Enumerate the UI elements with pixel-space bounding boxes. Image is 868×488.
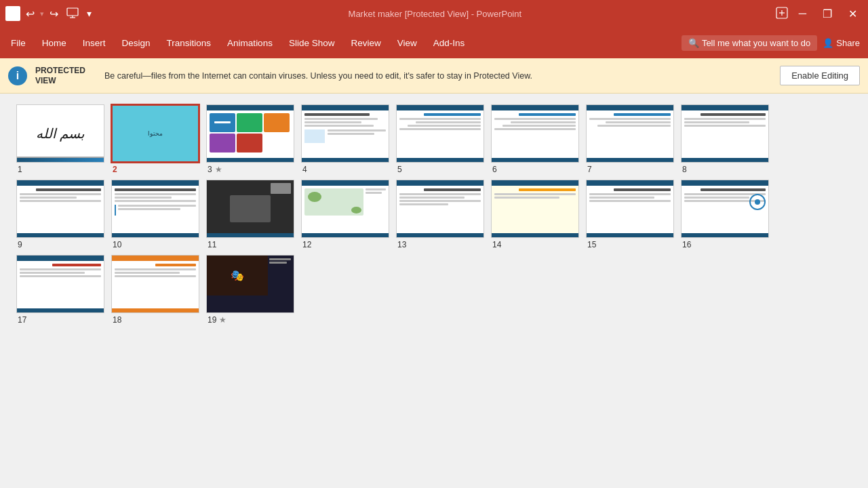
slide-item: 5 bbox=[396, 104, 486, 174]
slide-number: 15 bbox=[587, 240, 596, 249]
slide-thumbnail[interactable]: محتوا bbox=[111, 104, 199, 163]
slide-thumbnail[interactable] bbox=[491, 180, 579, 238]
slide-footer: 10 bbox=[111, 240, 121, 249]
redo-button[interactable]: ↪ bbox=[47, 6, 61, 22]
slide-number: 5 bbox=[397, 165, 402, 174]
share-button[interactable]: 👤 Share bbox=[823, 38, 860, 48]
menu-insert[interactable]: Insert bbox=[75, 34, 114, 52]
slide-footer: 15 bbox=[586, 240, 596, 249]
slide-thumbnail[interactable] bbox=[16, 180, 104, 238]
tell-me-input[interactable]: 🔍 Tell me what you want to do bbox=[682, 35, 817, 51]
protected-view-bar: i PROTECTED VIEW Be careful—files from t… bbox=[0, 58, 868, 94]
close-button[interactable]: ✕ bbox=[843, 6, 863, 22]
person-icon: 👤 bbox=[823, 38, 833, 48]
slide-item: 18 bbox=[111, 255, 201, 325]
slide-footer: 3 ★ bbox=[206, 165, 222, 174]
slide-number: 14 bbox=[492, 240, 501, 249]
info-icon: i bbox=[8, 66, 27, 85]
menu-addins[interactable]: Add-Ins bbox=[425, 34, 473, 52]
slide-item: محتوا 2 bbox=[111, 104, 201, 174]
slide-item: 16 bbox=[681, 180, 770, 249]
slide-item: 3 ★ bbox=[206, 104, 296, 174]
slide-number: 4 bbox=[302, 165, 307, 174]
menu-home[interactable]: Home bbox=[34, 34, 75, 52]
slide-number: 1 bbox=[18, 165, 22, 174]
slide-thumbnail[interactable] bbox=[491, 104, 579, 163]
slide-thumbnail[interactable] bbox=[681, 104, 769, 163]
slide-number: 8 bbox=[682, 165, 687, 174]
slide-thumbnail[interactable] bbox=[111, 180, 199, 238]
slide-footer: 9 bbox=[16, 240, 22, 249]
slide-item: 🎭 19 ★ bbox=[206, 255, 296, 325]
tell-me-text: Tell me what you want to do bbox=[702, 38, 810, 48]
menu-review[interactable]: Review bbox=[342, 34, 389, 52]
menu-bar-right: 🔍 Tell me what you want to do 👤 Share bbox=[682, 35, 865, 51]
slide-thumbnail[interactable] bbox=[301, 180, 389, 238]
slide-number: 6 bbox=[492, 165, 497, 174]
minimize-button[interactable]: ─ bbox=[793, 6, 812, 21]
slide-footer: 5 bbox=[396, 165, 402, 174]
menu-design[interactable]: Design bbox=[114, 34, 159, 52]
slide-area: بسم الله 1 محتوا 2 bbox=[0, 94, 868, 488]
restore-button[interactable]: ❐ bbox=[817, 6, 837, 22]
slide-thumbnail[interactable]: 🎭 bbox=[206, 255, 294, 313]
slide-thumbnail[interactable] bbox=[111, 255, 199, 313]
slide-thumbnail[interactable] bbox=[396, 180, 484, 238]
slide-star: ★ bbox=[219, 315, 226, 325]
slide-number: 7 bbox=[587, 165, 592, 174]
slide-grid: بسم الله 1 محتوا 2 bbox=[16, 104, 852, 325]
slide-number: 16 bbox=[682, 240, 691, 249]
share-label: Share bbox=[836, 38, 860, 48]
slide-number: 18 bbox=[113, 315, 121, 325]
menu-view[interactable]: View bbox=[389, 34, 425, 52]
window-title: Market maker [Protected View] - PowerPoi… bbox=[98, 9, 772, 19]
save-icon[interactable] bbox=[5, 6, 20, 21]
slide-item: 15 bbox=[586, 180, 675, 249]
slide-footer: 12 bbox=[301, 240, 311, 249]
slide-thumbnail[interactable] bbox=[206, 104, 294, 163]
slide-item: 11 bbox=[206, 180, 296, 249]
undo-arrow[interactable]: ▾ bbox=[40, 9, 44, 18]
slide-thumbnail[interactable] bbox=[396, 104, 484, 163]
slide-footer: 2 bbox=[111, 165, 117, 174]
protected-view-message: Be careful—files from the Internet can c… bbox=[104, 71, 772, 81]
slide-item: 17 bbox=[16, 255, 106, 325]
slide-item: 12 bbox=[301, 180, 391, 249]
menu-animations[interactable]: Animations bbox=[219, 34, 281, 52]
slide-footer: 11 bbox=[206, 240, 216, 249]
slide-footer: 18 bbox=[111, 315, 121, 325]
slide-item: 13 bbox=[396, 180, 486, 249]
title-bar-left: ↩ ▾ ↪ ▾ bbox=[5, 6, 94, 22]
slide-footer: 6 bbox=[491, 165, 497, 174]
presentation-icon[interactable] bbox=[64, 6, 81, 22]
slide-number: 12 bbox=[302, 240, 311, 249]
undo-button[interactable]: ↩ bbox=[23, 6, 37, 22]
menu-file[interactable]: File bbox=[3, 34, 34, 52]
slide-number: 10 bbox=[113, 240, 121, 249]
slide-footer: 19 ★ bbox=[206, 315, 226, 325]
slide-thumbnail[interactable] bbox=[16, 255, 104, 313]
enable-editing-button[interactable]: Enable Editing bbox=[780, 66, 860, 85]
slide-footer: 17 bbox=[16, 315, 26, 325]
slide-item: 8 bbox=[681, 104, 770, 174]
slide-thumbnail[interactable]: بسم الله bbox=[16, 104, 104, 163]
slide-thumbnail[interactable] bbox=[586, 104, 674, 163]
slide-thumbnail[interactable] bbox=[586, 180, 674, 238]
menu-transitions[interactable]: Transitions bbox=[159, 34, 220, 52]
dropdown-icon[interactable]: ▾ bbox=[84, 7, 94, 20]
menu-slideshow[interactable]: Slide Show bbox=[281, 34, 343, 52]
menu-bar: File Home Insert Design Transitions Anim… bbox=[0, 27, 868, 58]
accessibility-icon[interactable] bbox=[776, 7, 788, 21]
slide-thumbnail[interactable] bbox=[206, 180, 294, 238]
window-controls: ─ ❐ ✕ bbox=[776, 6, 863, 22]
svg-rect-2 bbox=[10, 14, 16, 17]
slide-footer: 16 bbox=[681, 240, 691, 249]
slide-item: 10 bbox=[111, 180, 201, 249]
slide-number: 2 bbox=[113, 165, 117, 174]
search-icon: 🔍 bbox=[688, 38, 699, 48]
slide-number: 9 bbox=[18, 240, 22, 249]
slide-item: 6 bbox=[491, 104, 580, 174]
slide-thumbnail[interactable] bbox=[681, 180, 769, 238]
slide-number: 19 bbox=[208, 315, 216, 325]
slide-thumbnail[interactable] bbox=[301, 104, 389, 163]
